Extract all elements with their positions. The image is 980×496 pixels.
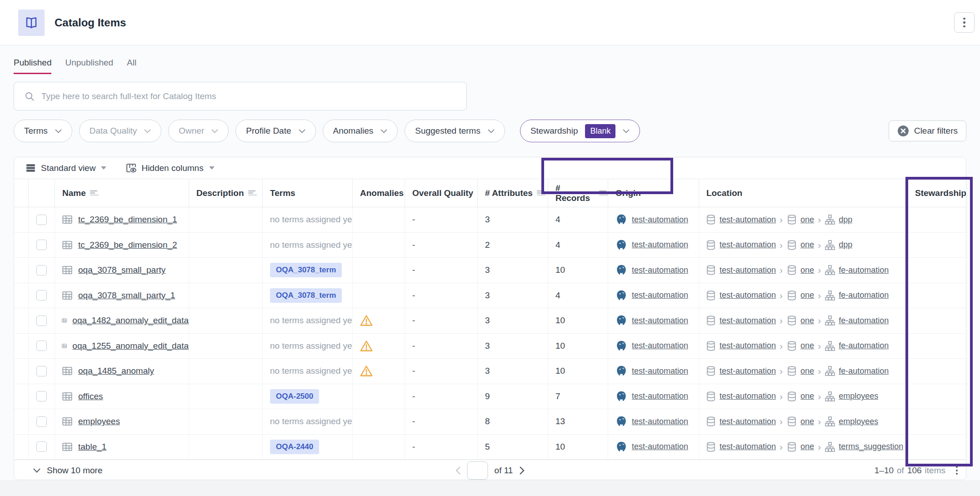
term-pill[interactable]: OQA_3078_term (270, 288, 342, 303)
location-schema-link[interactable]: one (800, 341, 814, 351)
location-database-link[interactable]: test-automation (720, 215, 776, 225)
location-asset-link[interactable]: fe-automation (839, 316, 889, 326)
row-checkbox[interactable] (36, 290, 47, 301)
item-name-link[interactable]: oqa_1255_anomaly_edit_data (72, 341, 189, 351)
location-database-link[interactable]: test-automation (720, 240, 776, 250)
location-database-link[interactable]: test-automation (720, 341, 776, 351)
location-schema-link[interactable]: one (800, 391, 814, 401)
tab-unpublished[interactable]: Unpublished (65, 58, 113, 74)
header-menu-button[interactable] (954, 12, 975, 33)
origin-link[interactable]: test-automation (632, 442, 688, 451)
location-asset-link[interactable]: fe-automation (839, 291, 889, 300)
column-header-terms[interactable]: Terms (263, 179, 353, 207)
location-asset-link[interactable]: dpp (839, 215, 852, 225)
chevron-right-separator: › (779, 290, 783, 301)
next-page-button[interactable] (519, 466, 524, 475)
location-database-link[interactable]: test-automation (720, 316, 776, 326)
hidden-columns-selector[interactable]: Hidden columns (125, 162, 214, 174)
item-name-link[interactable]: employees (78, 416, 120, 426)
row-checkbox[interactable] (36, 316, 47, 326)
row-checkbox[interactable] (36, 366, 47, 376)
kebab-icon (956, 466, 958, 468)
origin-link[interactable]: test-automation (632, 341, 688, 351)
table-grid-icon (61, 290, 73, 301)
column-header-origin[interactable]: Origin (608, 179, 699, 207)
row-checkbox[interactable] (36, 341, 47, 351)
location-schema-link[interactable]: one (800, 291, 814, 300)
column-header-description[interactable]: Description (189, 179, 263, 207)
table-row: oqa_1255_anomaly_edit_datano terms assig… (14, 334, 966, 359)
location-asset-link[interactable]: employees (839, 417, 878, 426)
row-checkbox[interactable] (36, 265, 47, 276)
filter-profile-date[interactable]: Profile Date (235, 120, 315, 142)
origin-link[interactable]: test-automation (632, 366, 688, 376)
filter-anomalies[interactable]: Anomalies (323, 120, 398, 142)
column-header-anomalies[interactable]: Anomalies (353, 179, 405, 207)
filter-terms[interactable]: Terms (14, 120, 72, 142)
item-name-link[interactable]: offices (78, 391, 103, 401)
column-header-stewardship[interactable]: Stewardship (908, 179, 966, 207)
location-schema-link[interactable]: one (800, 442, 814, 451)
column-header-records[interactable]: # Records (548, 179, 608, 207)
row-checkbox[interactable] (36, 441, 47, 452)
location-asset-link[interactable]: fe-automation (839, 366, 889, 376)
location-schema-link[interactable]: one (800, 316, 814, 326)
row-checkbox[interactable] (36, 391, 47, 401)
location-database-link[interactable]: test-automation (720, 266, 776, 275)
item-name-link[interactable]: table_1 (78, 442, 106, 452)
row-checkbox[interactable] (36, 240, 47, 250)
filter-data-quality[interactable]: Data Quality (79, 120, 162, 142)
location-asset-link[interactable]: employees (839, 391, 878, 401)
location-schema-link[interactable]: one (800, 266, 814, 275)
location-asset-link[interactable]: fe-automation (839, 266, 889, 275)
location-asset-link[interactable]: fe-automation (839, 341, 889, 351)
search-input[interactable] (41, 91, 466, 101)
item-name-link[interactable]: oqa_3078_small_party (78, 265, 165, 275)
location-database-link[interactable]: test-automation (720, 417, 776, 426)
item-name-link[interactable]: oqa_1485_anomaly (78, 366, 154, 376)
prev-page-button[interactable] (456, 466, 461, 475)
location-database-link[interactable]: test-automation (720, 442, 776, 451)
row-checkbox[interactable] (36, 215, 47, 225)
item-name-link[interactable]: oqa_3078_small_party_1 (78, 291, 175, 301)
clear-filters-button[interactable]: Clear filters (889, 120, 966, 141)
chevron-right-separator: › (817, 416, 821, 427)
origin-link[interactable]: test-automation (632, 291, 688, 300)
location-schema-link[interactable]: one (800, 240, 814, 250)
column-header-name[interactable]: Name (55, 179, 189, 207)
column-header-overall-quality[interactable]: Overall Quality (405, 179, 478, 207)
origin-link[interactable]: test-automation (632, 215, 688, 225)
origin-link[interactable]: test-automation (632, 316, 688, 326)
show-more-button[interactable]: Show 10 more (33, 466, 103, 476)
filter-stewardship[interactable]: Stewardship Blank (520, 120, 640, 142)
filter-suggested-terms[interactable]: Suggested terms (405, 120, 505, 142)
origin-link[interactable]: test-automation (632, 417, 688, 426)
location-database-link[interactable]: test-automation (720, 291, 776, 300)
row-checkbox[interactable] (36, 416, 47, 427)
page-input[interactable] (467, 461, 488, 480)
location-schema-link[interactable]: one (800, 215, 814, 225)
column-header-location[interactable]: Location (699, 179, 908, 207)
origin-link[interactable]: test-automation (632, 266, 688, 275)
location-schema-link[interactable]: one (800, 366, 814, 376)
term-pill[interactable]: OQA-2440 (270, 440, 319, 454)
location-asset-link[interactable]: dpp (839, 240, 852, 250)
item-name-link[interactable]: tc_2369_be_dimension_1 (78, 215, 177, 225)
term-pill[interactable]: OQA_3078_term (270, 263, 342, 277)
location-asset-link[interactable]: terms_suggestion (839, 442, 903, 451)
location-schema-link[interactable]: one (800, 417, 814, 426)
origin-cell: test-automation (608, 384, 699, 409)
tab-all[interactable]: All (127, 58, 136, 74)
item-name-link[interactable]: oqa_1482_anomaly_edit_data (72, 316, 189, 326)
origin-link[interactable]: test-automation (632, 391, 688, 401)
footer-menu-button[interactable] (956, 466, 958, 475)
view-selector[interactable]: Standard view (25, 162, 106, 174)
location-database-link[interactable]: test-automation (720, 366, 776, 376)
term-pill[interactable]: OQA-2500 (270, 389, 319, 404)
item-name-link[interactable]: tc_2369_be_dimension_2 (78, 240, 177, 250)
location-database-link[interactable]: test-automation (720, 391, 776, 401)
tab-published[interactable]: Published (14, 58, 51, 74)
filter-owner[interactable]: Owner (168, 120, 229, 142)
column-header-attributes[interactable]: # Attributes (478, 179, 548, 207)
origin-link[interactable]: test-automation (632, 240, 688, 250)
